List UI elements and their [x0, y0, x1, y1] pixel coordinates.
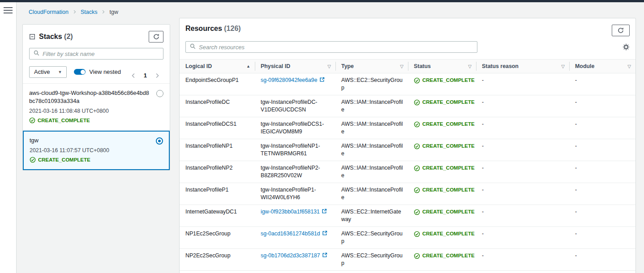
stack-filter-input[interactable]: [43, 51, 159, 57]
previous-page-icon[interactable]: [131, 73, 136, 78]
status-badge: CREATE_COMPLETE: [30, 156, 90, 163]
cell-status: CREATE_COMPLETE: [408, 249, 476, 270]
refresh-stacks-button[interactable]: [149, 31, 163, 43]
cell-status: CREATE_COMPLETE: [408, 227, 476, 248]
cell-logical-id: InstanceProfileP1: [180, 183, 255, 205]
stack-status-filter-value: Active: [34, 68, 50, 75]
next-page-icon[interactable]: [155, 73, 160, 78]
resource-search-input[interactable]: [199, 44, 473, 51]
cell-logical-id: InstanceProfileNP1: [180, 139, 255, 161]
cell-status-reason: -: [476, 249, 569, 270]
cell-status-reason: -: [476, 73, 569, 95]
cell-status: CREATE_COMPLETE: [408, 271, 476, 273]
view-nested-label: View nested: [89, 68, 121, 75]
column-header-logical-id[interactable]: Logical ID ▲: [180, 60, 255, 73]
filter-icon[interactable]: ▽: [327, 64, 331, 69]
status-badge: CREATE_COMPLETE: [414, 142, 475, 150]
cell-logical-id: NP1Ec2SecGroup: [180, 227, 255, 248]
check-circle-icon: [30, 157, 36, 163]
side-nav-strip: [0, 2, 17, 273]
cell-type: AWS::EC2::SecurityGroup: [335, 249, 408, 270]
cell-logical-id: InstanceProfileDC: [180, 95, 255, 117]
table-body: EndpointSecGroupP1 sg-09f6280942fee6a9e …: [180, 73, 635, 273]
cell-physical-id: tgw-InstanceProfileDCS1-IEGICAVOM8M9: [255, 117, 335, 139]
table-row: InstanceProfileP1 tgw-InstanceProfileP1-…: [180, 183, 635, 205]
hamburger-menu-icon[interactable]: [4, 7, 13, 13]
stack-list-item[interactable]: aws-cloud9-tgw-Workshop-a38b4b56c86e4bd8…: [23, 84, 170, 131]
column-header-status[interactable]: Status ▽: [408, 60, 476, 73]
sort-ascending-icon[interactable]: ▲: [246, 64, 250, 68]
refresh-icon: [618, 27, 624, 34]
breadcrumb-current-stack: tgw: [109, 9, 118, 15]
chevron-down-icon: ▼: [58, 70, 62, 74]
check-circle-icon: [414, 253, 420, 259]
resource-status-text: CREATE_COMPLETE: [422, 120, 475, 128]
stack-list-item[interactable]: tgw 2021-03-16 11:07:57 UTC+0800 CREATE_…: [23, 131, 170, 170]
collapse-panel-icon[interactable]: [29, 34, 35, 40]
stack-name: aws-cloud9-tgw-Workshop-a38b4b56c86e4bd8…: [29, 89, 152, 105]
stacks-panel-title: Stacks (2): [29, 33, 73, 41]
cell-physical-id: tgw-InstanceProfileP1-WII24W0L6YH6: [255, 183, 335, 205]
breadcrumb-cloudformation[interactable]: CloudFormation: [29, 9, 69, 15]
cell-module: -: [569, 117, 635, 139]
stack-radio[interactable]: [156, 90, 163, 97]
table-row: NP2Ec2SecGroup sg-0b1706d2d3c387187 AWS:…: [180, 249, 635, 271]
table-header-row: Logical ID ▲ Physical ID ▽ Type ▽ Status…: [180, 59, 635, 73]
filter-icon[interactable]: ▽: [400, 64, 404, 69]
cell-type: AWS::IAM::InstanceProfile: [335, 139, 408, 161]
settings-gear-icon[interactable]: [623, 43, 630, 51]
external-link-icon: [322, 252, 327, 258]
status-badge: CREATE_COMPLETE: [414, 164, 475, 172]
cell-physical-id: sg-0b1706d2d3c387187: [255, 249, 335, 270]
physical-id-link[interactable]: sg-09f6280942fee6a9e: [261, 77, 325, 83]
column-header-status-reason[interactable]: Status reason ▽: [476, 60, 569, 73]
cell-status-reason: -: [476, 205, 569, 226]
current-page-number[interactable]: 1: [144, 72, 147, 79]
cell-status-reason: -: [476, 95, 569, 117]
stack-name: tgw: [30, 136, 151, 145]
check-circle-icon: [414, 77, 420, 84]
cell-status: CREATE_COMPLETE: [408, 161, 476, 183]
cell-status-reason: -: [476, 183, 569, 205]
filter-icon[interactable]: ▽: [561, 64, 565, 69]
resources-panel: Resources (126): [179, 18, 636, 273]
cell-status: CREATE_COMPLETE: [408, 95, 476, 117]
cell-logical-id: P1Ec2SecGroup: [180, 271, 255, 273]
physical-id-link[interactable]: sg-0b1706d2d3c387187: [261, 252, 327, 259]
cell-logical-id: InstanceProfileNP2: [180, 161, 255, 183]
resource-search-field: [185, 41, 477, 53]
resource-status-text: CREATE_COMPLETE: [422, 142, 475, 150]
table-row: InstanceProfileDCS1 tgw-InstanceProfileD…: [180, 117, 635, 139]
filter-icon[interactable]: ▽: [627, 64, 631, 69]
cell-module: -: [569, 183, 635, 205]
breadcrumb-stacks[interactable]: Stacks: [81, 9, 98, 15]
breadcrumb: CloudFormation Stacks tgw: [17, 2, 644, 18]
stack-radio[interactable]: [156, 137, 163, 145]
chevron-right-icon: [73, 9, 77, 15]
physical-id-link[interactable]: igw-0f923bb0a1f658131: [261, 209, 327, 215]
physical-id-link[interactable]: sg-0acd16361274b581d: [261, 230, 327, 237]
check-circle-icon: [414, 165, 420, 171]
stack-created-date: 2021-03-16 11:07:57 UTC+0800: [30, 147, 151, 154]
cell-type: AWS::EC2::SecurityGroup: [335, 73, 408, 95]
column-header-type[interactable]: Type ▽: [335, 60, 408, 73]
refresh-resources-button[interactable]: [612, 25, 630, 36]
resources-title-text: Resources: [185, 25, 222, 32]
view-nested-toggle[interactable]: [74, 69, 86, 75]
cell-type: AWS::IAM::InstanceProfile: [335, 95, 408, 117]
column-header-module[interactable]: Module ▽: [569, 60, 635, 73]
search-icon: [34, 50, 39, 58]
status-badge: CREATE_COMPLETE: [414, 77, 475, 84]
cell-type: AWS::IAM::InstanceProfile: [335, 117, 408, 139]
check-circle-icon: [414, 99, 420, 106]
cell-module: -: [569, 73, 635, 95]
column-header-physical-id[interactable]: Physical ID ▽: [255, 60, 335, 73]
cell-module: -: [569, 139, 635, 161]
cell-status: CREATE_COMPLETE: [408, 139, 476, 161]
search-icon: [190, 43, 196, 51]
check-circle-icon: [414, 121, 420, 128]
cell-status: CREATE_COMPLETE: [408, 73, 476, 95]
filter-icon[interactable]: ▽: [468, 64, 472, 69]
stack-status-filter-select[interactable]: Active ▼: [29, 66, 67, 78]
cell-module: -: [569, 95, 635, 117]
